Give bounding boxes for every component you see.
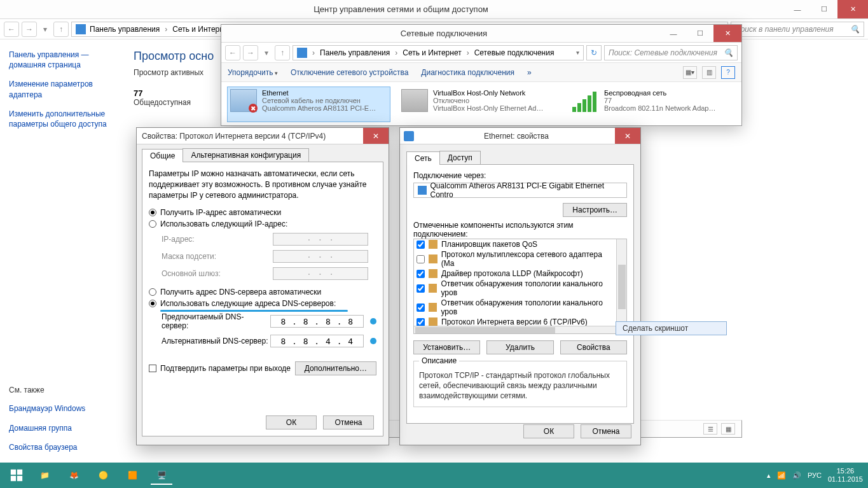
control-panel-icon [76, 24, 86, 34]
up-button[interactable]: ↑ [275, 45, 290, 60]
search-input[interactable]: Поиск: Сетевые подключения 🔍 [604, 45, 738, 60]
link-firewall[interactable]: Брандмауэр Windows [9, 403, 118, 414]
cancel-button[interactable]: Отмена [323, 415, 374, 429]
tab-network[interactable]: Сеть [406, 151, 440, 165]
recent-button[interactable]: ▾ [261, 45, 272, 60]
recent-button[interactable]: ▾ [39, 22, 51, 37]
forward-button[interactable]: → [243, 45, 258, 60]
more-button[interactable]: » [527, 68, 532, 77]
taskbar-app-control-panel[interactable]: 🖥️ [149, 466, 174, 485]
tray-lang[interactable]: РУС [808, 471, 822, 479]
tab-general[interactable]: Общие [142, 149, 183, 162]
close-button[interactable]: ✕ [713, 25, 741, 42]
forward-button[interactable]: → [22, 22, 37, 37]
link-advanced-sharing[interactable]: Изменить дополнительные параметры общего… [9, 109, 118, 129]
link-browser-props[interactable]: Свойства браузера [9, 442, 118, 452]
control-panel-icon [297, 48, 307, 58]
help-button[interactable]: ? [721, 66, 735, 79]
up-button[interactable]: ↑ [53, 22, 69, 37]
conn-status: Сетевой кабель не подключен [262, 97, 376, 104]
conn-device: Broadcom 802.11n Network Adap… [604, 104, 716, 112]
remove-button[interactable]: Удалить [486, 340, 553, 354]
taskbar-app-explorer[interactable]: 📁 [32, 466, 57, 485]
validate-checkbox[interactable] [149, 365, 156, 372]
minimize-button[interactable]: — [784, 0, 811, 18]
maximize-button[interactable]: ☐ [811, 0, 837, 18]
view-details-button[interactable]: ☰ [703, 423, 717, 435]
back-button[interactable]: ← [4, 22, 19, 37]
label-dns2: Альтернативный DNS-сервер: [162, 337, 270, 345]
close-button[interactable]: ✕ [615, 128, 640, 144]
conn-device: VirtualBox Host-Only Ethernet Ad… [433, 104, 543, 112]
component-checkbox[interactable] [417, 318, 425, 326]
window-title: Центр управления сетями и общим доступом [18, 4, 784, 14]
close-button[interactable]: ✕ [363, 128, 389, 144]
search-placeholder: Поиск: Сетевые подключения [609, 48, 717, 57]
start-button[interactable] [5, 466, 28, 485]
crumb-cp[interactable]: Панель управления [90, 25, 160, 34]
close-button[interactable]: ✕ [837, 0, 868, 18]
connection-item-wifi[interactable]: Беспроводная сеть 77 Broadcom 802.11n Ne… [570, 87, 732, 122]
component-checkbox[interactable] [417, 241, 425, 249]
link-cp-home[interactable]: Панель управления —домашняя страница [9, 50, 118, 70]
input-dns1[interactable]: 8 . 8 . 8 . 8 [270, 315, 364, 328]
ipv4-properties-dialog: Свойства: Протокол Интернета версии 4 (T… [136, 127, 389, 445]
taskbar-app-sublime[interactable]: 🟧 [120, 466, 145, 485]
vertical-scrollbar[interactable] [616, 239, 626, 326]
content-sub: Просмотр активных [134, 68, 214, 77]
ok-button[interactable]: ОК [266, 415, 317, 429]
cancel-button[interactable]: Отмена [581, 424, 631, 438]
organize-menu[interactable]: Упорядочить [228, 68, 278, 77]
tray-clock[interactable]: 15:26 01.11.2015 [828, 467, 863, 484]
crumb-cp[interactable]: Панель управления [320, 48, 390, 57]
address-bar[interactable]: › Панель управления› Сеть и Интернет› Се… [293, 45, 584, 60]
refresh-button[interactable]: ↻ [586, 45, 602, 60]
taskbar-app-chrome[interactable]: 🟡 [90, 466, 116, 485]
horizontal-scrollbar[interactable] [414, 326, 616, 333]
device-name: Qualcomm Atheros AR8131 PCI-E Gigabit Et… [431, 181, 623, 199]
link-adapter-settings[interactable]: Изменение параметров адаптера [9, 79, 118, 99]
view-icons-button[interactable]: ▦ [721, 423, 735, 435]
tray-network-icon[interactable]: 📶 [777, 471, 786, 480]
radio-manual-ip[interactable]: Использовать следующий IP-адрес: [149, 220, 376, 228]
back-button[interactable]: ← [225, 45, 240, 60]
component-checkbox[interactable] [417, 270, 425, 278]
configure-button[interactable]: Настроить… [563, 203, 627, 217]
component-checkbox[interactable] [417, 303, 425, 312]
maximize-button[interactable]: ☐ [687, 25, 713, 42]
advanced-button[interactable]: Дополнительно… [295, 361, 376, 375]
radio-auto-ip[interactable]: Получить IP-адрес автоматически [149, 208, 376, 217]
tab-alt-config[interactable]: Альтернативная конфигурация [183, 148, 309, 162]
taskbar-app-firefox[interactable]: 🦊 [61, 466, 86, 485]
component-checkbox[interactable] [417, 284, 425, 293]
preview-pane-button[interactable]: ▥ [702, 66, 716, 79]
svg-rect-3 [17, 476, 22, 481]
radio-auto-dns[interactable]: Получить адрес DNS-сервера автоматически [149, 288, 376, 296]
crumb-net[interactable]: Сеть и Интернет [403, 48, 461, 57]
tray-up-icon[interactable]: ▴ [767, 471, 771, 480]
search-input[interactable]: Поиск в панели управления 🔍 [731, 22, 864, 37]
ok-button[interactable]: ОК [523, 424, 574, 438]
link-homegroup[interactable]: Домашняя группа [9, 423, 118, 433]
tray-volume-icon[interactable]: 🔊 [792, 471, 801, 480]
component-checkbox[interactable] [417, 255, 425, 263]
disable-device-button[interactable]: Отключение сетевого устройства [291, 68, 408, 77]
component-label: Драйвер протокола LLDP (Майкрософт) [441, 269, 583, 278]
connection-item-virtualbox[interactable]: VirtualBox Host-Only Network Отключено V… [399, 87, 561, 122]
connection-item-ethernet[interactable]: Ethernet Сетевой кабель не подключен Qua… [228, 87, 390, 122]
component-item: Протокол Интернета версии 6 (TCP/IPv6) [414, 317, 616, 326]
component-icon [429, 240, 437, 249]
diagnose-button[interactable]: Диагностика подключения [421, 68, 514, 77]
minimize-button[interactable]: — [660, 25, 687, 42]
properties-button[interactable]: Свойства [560, 340, 627, 354]
view-layout-button[interactable]: ▦▾ [683, 66, 697, 79]
tab-access[interactable]: Доступ [439, 151, 481, 164]
radio-label: Использовать следующий IP-адрес: [160, 220, 287, 228]
svg-rect-0 [11, 470, 16, 475]
svg-rect-2 [11, 476, 16, 481]
radio-manual-dns[interactable]: Использовать следующие адреса DNS-сервер… [149, 299, 376, 308]
install-button[interactable]: Установить… [413, 340, 480, 354]
crumb-conn[interactable]: Сетевые подключения [474, 48, 555, 57]
input-dns2[interactable]: 8 . 8 . 4 . 4 [270, 335, 364, 347]
components-list[interactable]: Планировщик пакетов QoS Протокол мультип… [413, 239, 627, 334]
